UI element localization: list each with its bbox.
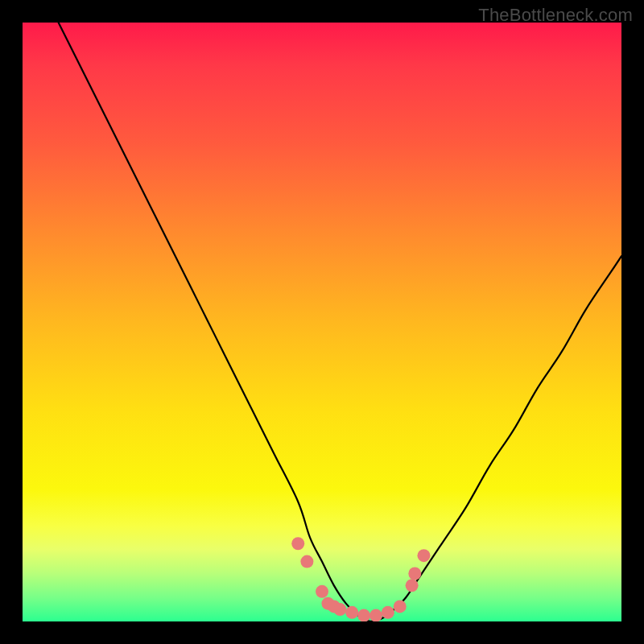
marker-dot	[300, 555, 313, 568]
marker-dot	[369, 609, 382, 621]
marker-dot	[291, 537, 304, 550]
marker-dot	[394, 600, 407, 613]
watermark-text: TheBottleneck.com	[478, 5, 633, 26]
marker-dot	[333, 603, 346, 616]
chart-frame: TheBottleneck.com	[0, 0, 644, 644]
plot-area	[23, 23, 621, 621]
marker-dot	[406, 579, 419, 592]
right-curve	[370, 256, 621, 621]
marker-dot	[357, 609, 370, 621]
curve-layer	[23, 23, 621, 621]
marker-dot	[316, 585, 328, 598]
marker-dot	[382, 606, 394, 619]
marker-dot	[345, 606, 358, 619]
marker-dot	[408, 567, 421, 580]
marker-dot	[417, 549, 430, 562]
marker-group	[291, 537, 430, 621]
left-curve	[59, 23, 370, 621]
